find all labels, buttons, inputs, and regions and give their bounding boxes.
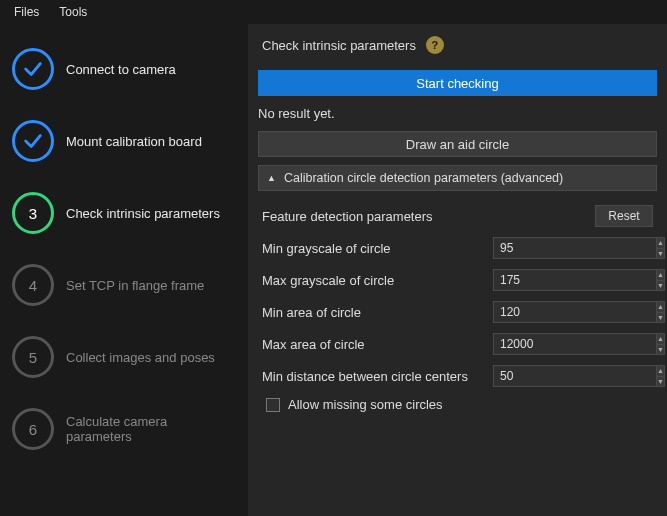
spinbox: ▲ ▼ (493, 269, 653, 291)
help-icon[interactable]: ? (426, 36, 444, 54)
sidebar: Connect to camera Mount calibration boar… (0, 24, 248, 516)
max-area-input[interactable] (493, 333, 657, 355)
step-up-button[interactable]: ▲ (657, 365, 665, 376)
content-body: Start checking No result yet. Draw an ai… (248, 70, 667, 422)
field-label: Min area of circle (262, 305, 493, 320)
min-distance-input[interactable] (493, 365, 657, 387)
step-up-button[interactable]: ▲ (657, 237, 665, 248)
allow-missing-checkbox[interactable] (266, 398, 280, 412)
main: Connect to camera Mount calibration boar… (0, 24, 667, 516)
menu-tools[interactable]: Tools (49, 3, 97, 21)
step-status-circle (12, 120, 54, 162)
spinbox: ▲ ▼ (493, 365, 653, 387)
step-up-button[interactable]: ▲ (657, 333, 665, 344)
draw-aid-circle-button[interactable]: Draw an aid circle (258, 131, 657, 157)
expander-advanced[interactable]: ▲ Calibration circle detection parameter… (258, 165, 657, 191)
reset-button[interactable]: Reset (595, 205, 653, 227)
step-calculate-params[interactable]: 6 Calculate camera parameters (0, 402, 248, 456)
content-header: Check intrinsic parameters ? (248, 24, 667, 70)
step-down-button[interactable]: ▼ (657, 344, 665, 356)
spinbox: ▲ ▼ (493, 333, 653, 355)
field-label: Min distance between circle centers (262, 369, 493, 384)
field-label: Max area of circle (262, 337, 493, 352)
content-pane: Check intrinsic parameters ? Start check… (248, 24, 667, 516)
spinbox: ▲ ▼ (493, 237, 653, 259)
step-up-button[interactable]: ▲ (657, 301, 665, 312)
start-checking-button[interactable]: Start checking (258, 70, 657, 96)
step-status-circle: 4 (12, 264, 54, 306)
step-connect-camera[interactable]: Connect to camera (0, 42, 248, 96)
expander-label: Calibration circle detection parameters … (284, 171, 563, 185)
check-icon (22, 58, 44, 80)
step-down-button[interactable]: ▼ (657, 376, 665, 388)
panel-title-row: Feature detection parameters Reset (262, 205, 653, 227)
step-down-button[interactable]: ▼ (657, 280, 665, 292)
step-label: Collect images and poses (66, 350, 215, 365)
step-down-button[interactable]: ▼ (657, 248, 665, 260)
allow-missing-row: Allow missing some circles (262, 397, 653, 412)
field-label: Max grayscale of circle (262, 273, 493, 288)
min-area-input[interactable] (493, 301, 657, 323)
step-status-circle: 5 (12, 336, 54, 378)
step-label: Check intrinsic parameters (66, 206, 220, 221)
field-min-area: Min area of circle ▲ ▼ (262, 301, 653, 323)
menubar: Files Tools (0, 0, 667, 24)
step-status-circle: 3 (12, 192, 54, 234)
field-max-grayscale: Max grayscale of circle ▲ ▼ (262, 269, 653, 291)
field-label: Min grayscale of circle (262, 241, 493, 256)
spinbox: ▲ ▼ (493, 301, 653, 323)
advanced-panel: Feature detection parameters Reset Min g… (258, 199, 657, 412)
step-set-tcp[interactable]: 4 Set TCP in flange frame (0, 258, 248, 312)
field-min-distance: Min distance between circle centers ▲ ▼ (262, 365, 653, 387)
step-status-circle (12, 48, 54, 90)
step-label: Calculate camera parameters (66, 414, 236, 444)
step-label: Connect to camera (66, 62, 176, 77)
step-collect-images[interactable]: 5 Collect images and poses (0, 330, 248, 384)
field-max-area: Max area of circle ▲ ▼ (262, 333, 653, 355)
chevron-up-icon: ▲ (267, 173, 276, 183)
page-title: Check intrinsic parameters (262, 38, 416, 53)
panel-title: Feature detection parameters (262, 209, 433, 224)
step-label: Set TCP in flange frame (66, 278, 204, 293)
step-status-circle: 6 (12, 408, 54, 450)
step-label: Mount calibration board (66, 134, 202, 149)
menu-files[interactable]: Files (4, 3, 49, 21)
max-grayscale-input[interactable] (493, 269, 657, 291)
field-min-grayscale: Min grayscale of circle ▲ ▼ (262, 237, 653, 259)
check-icon (22, 130, 44, 152)
step-check-intrinsic[interactable]: 3 Check intrinsic parameters (0, 186, 248, 240)
step-down-button[interactable]: ▼ (657, 312, 665, 324)
status-text: No result yet. (258, 104, 657, 123)
allow-missing-label: Allow missing some circles (288, 397, 443, 412)
step-mount-board[interactable]: Mount calibration board (0, 114, 248, 168)
min-grayscale-input[interactable] (493, 237, 657, 259)
step-up-button[interactable]: ▲ (657, 269, 665, 280)
